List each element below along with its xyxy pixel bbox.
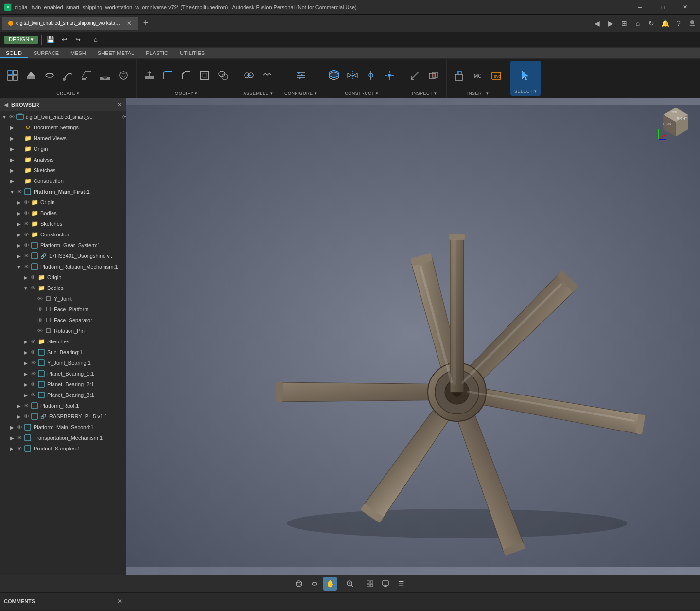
expand-platform-rotation[interactable]: ▼ bbox=[16, 263, 22, 270]
account-button[interactable] bbox=[686, 18, 698, 29]
interference-tool[interactable] bbox=[425, 68, 442, 83]
tab-sheet-metal[interactable]: SHEET METAL bbox=[92, 48, 140, 58]
insert-derive-tool[interactable] bbox=[451, 68, 468, 83]
hole-tool[interactable] bbox=[96, 68, 114, 83]
eye-y-joint-bearing[interactable]: 👁 bbox=[29, 359, 37, 367]
eye-prm-origin[interactable]: 👁 bbox=[29, 273, 37, 281]
tree-item-platform-main-first[interactable]: ▼ 👁 Platform_Main_First:1 bbox=[0, 186, 126, 197]
eye-transportation[interactable]: 👁 bbox=[16, 434, 23, 442]
eye-planet-bearing-3[interactable]: 👁 bbox=[29, 391, 37, 399]
tree-item-face-separator[interactable]: 👁 ☐ Face_Separator bbox=[0, 315, 126, 325]
tree-item-planet-bearing-3[interactable]: ▶ 👁 Planet_Bearing_3:1 bbox=[0, 390, 126, 400]
expand-prm-origin[interactable]: ▶ bbox=[22, 274, 29, 281]
tree-item-raspberry-pi[interactable]: ▶ 👁 🔗 RASPBERRY_PI_5 v1:1 bbox=[0, 411, 126, 422]
body-checkbox-rotation-pin[interactable]: ☐ bbox=[44, 326, 52, 335]
tree-item-prm-origin[interactable]: ▶ 👁 📁 Origin bbox=[0, 272, 126, 283]
expand-analysis[interactable]: ▶ bbox=[9, 156, 16, 163]
point-tool[interactable] bbox=[381, 68, 398, 83]
expand-root[interactable]: ▼ bbox=[1, 113, 8, 120]
eye-pmf-construction[interactable]: 👁 bbox=[22, 231, 30, 238]
redo-button[interactable]: ↪ bbox=[72, 34, 84, 46]
expand-sketches[interactable]: ▶ bbox=[9, 167, 16, 174]
tree-item-y-joint-bearing[interactable]: ▶ 👁 Y_Joint_Bearing:1 bbox=[0, 358, 126, 368]
thread-tool[interactable] bbox=[115, 68, 132, 83]
offset-plane-tool[interactable] bbox=[325, 68, 343, 83]
home-nav-button[interactable]: ⌂ bbox=[90, 34, 102, 46]
expand-transportation[interactable]: ▶ bbox=[9, 434, 16, 441]
expand-17hs3401[interactable]: ▶ bbox=[16, 252, 22, 259]
tab-nav-right[interactable]: ▶ bbox=[605, 18, 616, 29]
eye-platform-gear[interactable]: 👁 bbox=[22, 241, 30, 249]
save-button[interactable]: 💾 bbox=[45, 34, 56, 46]
expand-pmf-construction[interactable]: ▶ bbox=[16, 231, 22, 238]
expand-construction[interactable]: ▶ bbox=[9, 178, 16, 184]
loft-tool[interactable] bbox=[78, 68, 95, 83]
expand-platform-gear[interactable]: ▶ bbox=[16, 242, 22, 249]
close-button[interactable]: ✕ bbox=[674, 0, 696, 15]
eye-prm-sketches[interactable]: 👁 bbox=[29, 338, 37, 345]
eye-pmf-bodies[interactable]: 👁 bbox=[22, 209, 30, 217]
expand-pmf-origin[interactable]: ▶ bbox=[16, 199, 22, 206]
tree-item-platform-roof[interactable]: ▶ 👁 Platform_Roof:1 bbox=[0, 400, 126, 411]
tab-menu-button[interactable]: ⊞ bbox=[618, 18, 630, 29]
tree-item-platform-rotation[interactable]: ▼ 👁 Platform_Rotation_Mechanism:1 bbox=[0, 261, 126, 272]
tree-item-sketches[interactable]: ▶ 📁 Sketches bbox=[0, 165, 126, 176]
expand-prm-sketches[interactable]: ▶ bbox=[22, 338, 29, 345]
tab-mesh[interactable]: MESH bbox=[65, 48, 92, 58]
viewcube[interactable]: RIGHT TOP FRONT bbox=[656, 103, 695, 142]
insert-svg-tool[interactable]: SVG bbox=[488, 68, 505, 83]
extrude-tool[interactable] bbox=[22, 68, 40, 83]
tree-item-planet-bearing-1[interactable]: ▶ 👁 Planet_Bearing_1:1 bbox=[0, 368, 126, 379]
layout-tool[interactable]: ☰ bbox=[394, 577, 408, 591]
display-mode-tool[interactable] bbox=[379, 577, 392, 591]
eye-raspberry-pi[interactable]: 👁 bbox=[22, 413, 30, 420]
expand-named-views[interactable]: ▶ bbox=[9, 135, 16, 142]
sweep-tool[interactable] bbox=[59, 68, 77, 83]
select-tool[interactable] bbox=[517, 68, 534, 83]
tree-item-pmf-sketches[interactable]: ▶ 👁 📁 Sketches bbox=[0, 218, 126, 229]
tree-item-pmf-construction[interactable]: ▶ 👁 📁 Construction bbox=[0, 229, 126, 240]
tree-item-construction[interactable]: ▶ 📁 Construction bbox=[0, 176, 126, 186]
tab-nav-left[interactable]: ◀ bbox=[591, 18, 603, 29]
expand-planet-bearing-2[interactable]: ▶ bbox=[22, 381, 29, 388]
combine-tool[interactable] bbox=[214, 68, 232, 83]
body-checkbox-face-platform[interactable]: ☐ bbox=[44, 305, 52, 314]
tree-item-platform-gear[interactable]: ▶ 👁 Platform_Gear_System:1 bbox=[0, 240, 126, 251]
chamfer-tool[interactable] bbox=[177, 68, 195, 83]
tree-item-transportation[interactable]: ▶ 👁 Transportation_Mechanism:1 bbox=[0, 432, 126, 443]
eye-pmf-sketches[interactable]: 👁 bbox=[22, 220, 30, 228]
eye-analysis[interactable] bbox=[16, 156, 23, 163]
eye-face-platform[interactable]: 👁 bbox=[36, 306, 44, 313]
eye-root[interactable]: 👁 bbox=[8, 113, 16, 121]
tree-item-analysis[interactable]: ▶ 📁 Analysis bbox=[0, 154, 126, 165]
expand-product-samples[interactable]: ▶ bbox=[9, 445, 16, 452]
expand-pmf-sketches[interactable]: ▶ bbox=[16, 220, 22, 227]
tab-plastic[interactable]: PLASTIC bbox=[140, 48, 174, 58]
tree-item-root[interactable]: ▼ 👁 digital_twin_enabled_smart_s... ⟳ bbox=[0, 111, 126, 122]
tree-item-product-samples[interactable]: ▶ 👁 Product_Samples:1 bbox=[0, 443, 126, 454]
eye-platform-rotation[interactable]: 👁 bbox=[22, 263, 30, 270]
grid-tool[interactable] bbox=[363, 577, 377, 591]
midplane-tool[interactable] bbox=[344, 68, 361, 83]
expand-origin[interactable]: ▶ bbox=[9, 145, 16, 152]
expand-pmf-bodies[interactable]: ▶ bbox=[16, 210, 22, 216]
tree-item-planet-bearing-2[interactable]: ▶ 👁 Planet_Bearing_2:1 bbox=[0, 379, 126, 390]
maximize-button[interactable]: □ bbox=[651, 0, 674, 15]
expand-prm-bodies[interactable]: ▼ bbox=[22, 285, 29, 291]
eye-planet-bearing-1[interactable]: 👁 bbox=[29, 370, 37, 377]
pan-tool[interactable] bbox=[308, 577, 321, 591]
tree-item-named-views[interactable]: ▶ 📁 Named Views bbox=[0, 133, 126, 144]
eye-origin[interactable] bbox=[16, 145, 23, 153]
eye-y-joint[interactable]: 👁 bbox=[36, 295, 44, 303]
axis-tool[interactable] bbox=[362, 68, 380, 83]
eye-platform-roof[interactable]: 👁 bbox=[22, 402, 30, 410]
motion-link-tool[interactable] bbox=[259, 68, 276, 83]
3d-viewport[interactable]: RIGHT TOP FRONT bbox=[126, 98, 700, 575]
tree-item-pmf-bodies[interactable]: ▶ 👁 📁 Bodies bbox=[0, 208, 126, 218]
expand-planet-bearing-1[interactable]: ▶ bbox=[22, 370, 29, 377]
eye-product-samples[interactable]: 👁 bbox=[16, 445, 23, 452]
eye-planet-bearing-2[interactable]: 👁 bbox=[29, 380, 37, 388]
expand-sun-bearing[interactable]: ▶ bbox=[22, 349, 29, 356]
measure-tool[interactable] bbox=[406, 68, 424, 83]
eye-rotation-pin[interactable]: 👁 bbox=[36, 327, 44, 335]
